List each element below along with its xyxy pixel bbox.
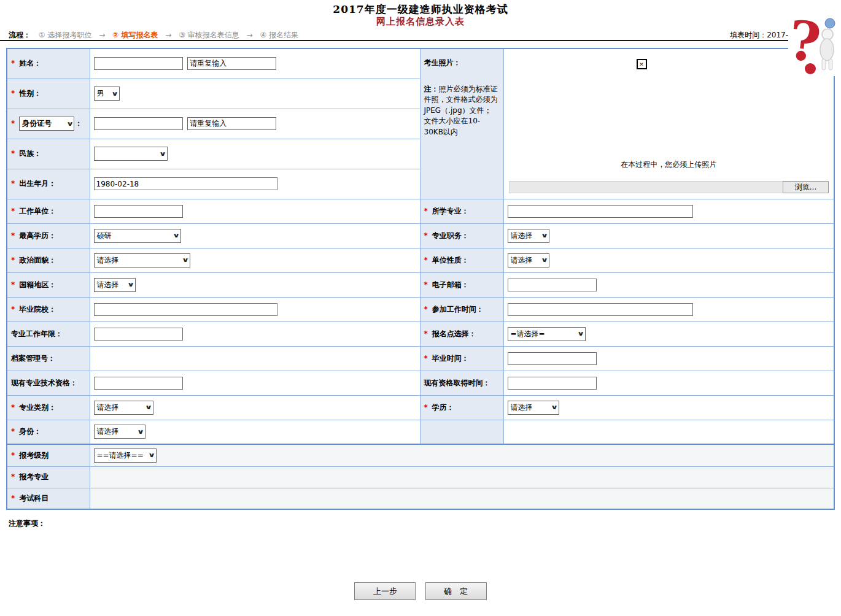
nationality-label-cell: *国籍地区： [7, 272, 90, 297]
qual-time-input[interactable] [508, 377, 597, 390]
major-cat-select[interactable]: 请选择 ∨ [94, 401, 153, 415]
prof-years-field-cell [90, 321, 420, 346]
required-asterisk: * [11, 179, 15, 188]
reg-point-select[interactable]: =请选择= ∨ [508, 327, 586, 341]
grad-school-label: 毕业院校： [19, 305, 56, 314]
exam-major-label: 报考专业 [19, 472, 48, 481]
email-label-cell: *电子邮箱： [420, 272, 503, 297]
name-label: 姓名： [19, 59, 41, 67]
identity-select-value: 请选择 [97, 426, 119, 437]
identity-label: 身份： [19, 427, 41, 436]
photo-upload-cell: ✕ 在本过程中，您必须上传照片 浏览... [503, 48, 834, 199]
name-repeat-input[interactable] [187, 57, 276, 70]
email-field-cell [503, 272, 834, 297]
empty-field-cell [503, 420, 834, 444]
chevron-down-icon: ∨ [127, 281, 134, 288]
qual-time-field-cell [503, 371, 834, 395]
chevron-down-icon: ∨ [172, 232, 180, 239]
edu-select[interactable]: 请选择 ∨ [508, 401, 559, 415]
page-title: 2017年度一级建造师执业资格考试 [0, 2, 841, 17]
header-divider [0, 40, 841, 41]
grad-time-input[interactable] [508, 352, 597, 365]
required-asterisk: * [11, 305, 15, 314]
chevron-down-icon: ∨ [541, 256, 548, 263]
required-asterisk: * [424, 207, 428, 215]
prof-duty-select[interactable]: 请选择 ∨ [508, 229, 549, 243]
exam-subject-field-cell [90, 488, 834, 509]
gender-label-cell: *性别： [7, 79, 90, 109]
ethnic-label: 民族： [19, 149, 41, 158]
current-qual-input[interactable] [94, 377, 183, 390]
exam-subject-label-cell: *考试科目 [7, 488, 90, 509]
nationality-field-cell: 请选择 ∨ [90, 272, 420, 297]
birth-field-cell [90, 169, 420, 199]
step-result: ④ 报名结果 [260, 31, 298, 39]
archive-no-field-cell [90, 346, 420, 371]
chevron-down-icon: ∨ [66, 120, 74, 126]
grad-time-field-cell [503, 346, 834, 371]
required-asterisk: * [11, 403, 15, 412]
required-asterisk: * [424, 256, 428, 264]
prof-years-input[interactable] [94, 328, 183, 341]
grad-school-input[interactable] [94, 303, 277, 316]
fill-time-label: 填表时间： [730, 31, 767, 39]
id-type-select[interactable]: 身份证号∨ [19, 117, 74, 131]
file-path-field[interactable] [509, 181, 783, 193]
step-fill-form: ② 填写报名表 [112, 31, 158, 39]
required-asterisk: * [11, 427, 15, 436]
required-asterisk: * [424, 329, 428, 338]
prev-step-button[interactable]: 上一步 [354, 582, 416, 600]
chevron-down-icon: ∨ [182, 256, 189, 263]
birth-date-input[interactable] [94, 177, 277, 190]
gender-select-value: 男 [97, 88, 104, 99]
arrow-icon: → [99, 31, 105, 39]
prof-years-label: 专业工作年限： [11, 329, 63, 338]
required-asterisk: * [11, 231, 15, 240]
unit-nature-label: 单位性质： [432, 256, 469, 264]
id-number-repeat-input[interactable] [187, 117, 276, 130]
question-mark-image: ? [788, 15, 841, 76]
button-row: 上一步 确 定 [0, 582, 841, 600]
name-input[interactable] [94, 57, 183, 70]
work-unit-label-cell: *工作单位： [7, 199, 90, 223]
major-studied-input[interactable] [508, 205, 693, 218]
current-qual-label-cell: 现有专业技术资格： [7, 371, 90, 395]
required-asterisk: * [424, 403, 428, 412]
ethnic-select[interactable]: ∨ [94, 147, 168, 161]
id-number-input[interactable] [94, 117, 183, 130]
fill-time: 填表时间：2017- [730, 30, 788, 40]
work-unit-input[interactable] [94, 205, 183, 218]
required-asterisk: * [424, 280, 428, 289]
current-qual-label: 现有专业技术资格： [11, 379, 77, 387]
reg-point-select-value: =请选择= [511, 329, 545, 339]
work-unit-field-cell [90, 199, 420, 223]
arrow-icon: → [247, 31, 253, 39]
unit-nature-select[interactable]: 请选择 ∨ [508, 253, 549, 268]
identity-select[interactable]: 请选择 ∨ [94, 425, 145, 439]
highest-edu-select[interactable]: 硕研 ∨ [94, 229, 181, 243]
work-start-label-cell: *参加工作时间： [420, 297, 503, 321]
chevron-down-icon: ∨ [137, 428, 144, 435]
work-start-input[interactable] [508, 303, 693, 316]
exam-level-select-value: ==请选择== [97, 450, 144, 461]
archive-no-label-cell: 档案管理号： [7, 346, 90, 371]
unit-nature-select-value: 请选择 [511, 255, 533, 266]
gender-field-cell: 男 ∨ [90, 79, 420, 109]
nationality-select[interactable]: 请选择 ∨ [94, 278, 136, 292]
major-studied-field-cell [503, 199, 834, 223]
political-select-value: 请选择 [97, 255, 119, 266]
exam-level-select[interactable]: ==请选择== ∨ [94, 449, 157, 463]
confirm-button[interactable]: 确 定 [425, 582, 487, 600]
required-asterisk: * [11, 89, 15, 98]
qual-time-label: 现有资格取得时间： [424, 379, 490, 387]
grad-time-label: 毕业时间： [432, 354, 469, 363]
unit-nature-label-cell: *单位性质： [420, 248, 503, 272]
id-number-field-cell [90, 109, 420, 139]
email-input[interactable] [508, 279, 597, 291]
required-asterisk: * [11, 472, 15, 481]
gender-select[interactable]: 男 ∨ [94, 87, 120, 101]
browse-button[interactable]: 浏览... [783, 181, 829, 193]
page-subtitle: 网上报名信息录入表 [0, 16, 841, 28]
required-asterisk: * [424, 354, 428, 363]
political-select[interactable]: 请选择 ∨ [94, 253, 190, 268]
